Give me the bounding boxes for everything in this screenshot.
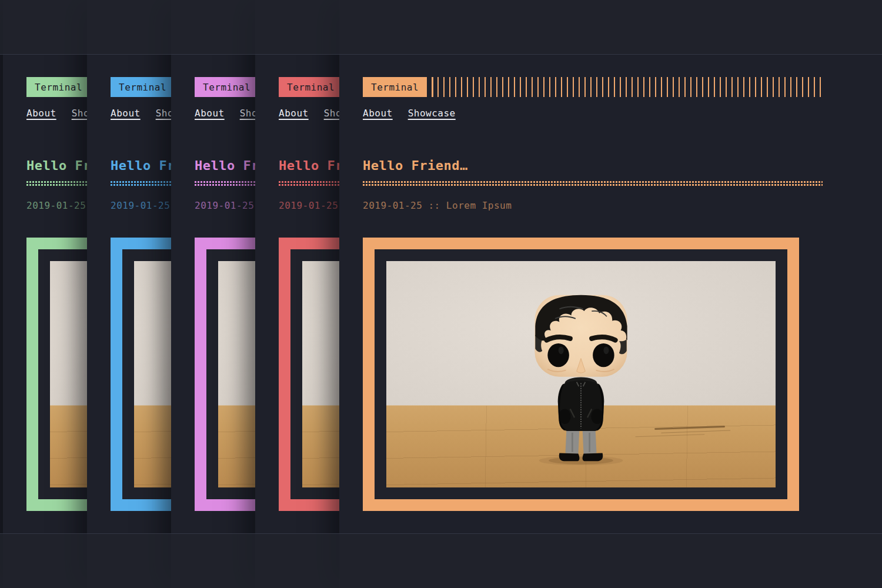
- post-cover-frame: [363, 238, 799, 511]
- nav-link-about[interactable]: About: [111, 108, 141, 119]
- site-nav: About Showcase: [363, 108, 823, 119]
- theme-panel-orange: Terminal About Showcase Hello Friend… 20…: [339, 0, 882, 588]
- nav-link-about[interactable]: About: [279, 108, 309, 119]
- terminal-logo-badge[interactable]: Terminal: [279, 77, 343, 97]
- post-content: Hello Friend… 2019-01-25 :: Lorem Ipsum: [363, 158, 823, 511]
- site-header: Terminal About Showcase: [363, 77, 823, 119]
- nav-link-about[interactable]: About: [195, 108, 225, 119]
- nav-link-about[interactable]: About: [363, 108, 393, 119]
- post-title: Hello Friend…: [363, 158, 823, 174]
- bottom-backdrop-band: [0, 533, 882, 588]
- terminal-logo-badge[interactable]: Terminal: [26, 77, 91, 97]
- terminal-logo-badge[interactable]: Terminal: [111, 77, 175, 97]
- funko-figure-illustration: [527, 293, 635, 465]
- post-meta: 2019-01-25 :: Lorem Ipsum: [363, 200, 823, 212]
- cover-frame-inner: [375, 249, 787, 499]
- terminal-logo-badge[interactable]: Terminal: [363, 77, 427, 97]
- terminal-logo-badge[interactable]: Terminal: [195, 77, 259, 97]
- header-bars-decoration: [432, 77, 823, 97]
- nav-link-showcase[interactable]: Showcase: [408, 108, 456, 119]
- dotted-divider: [363, 181, 823, 186]
- funko-figure-photo: [386, 261, 776, 487]
- terminal-theme-hero: { "page": { "brand": "Terminal", "nav": …: [0, 0, 882, 588]
- panels-stage: Terminal About Showcase Hello Friend… 20…: [0, 0, 882, 588]
- nav-link-about[interactable]: About: [26, 108, 56, 119]
- top-backdrop-band: [0, 0, 882, 55]
